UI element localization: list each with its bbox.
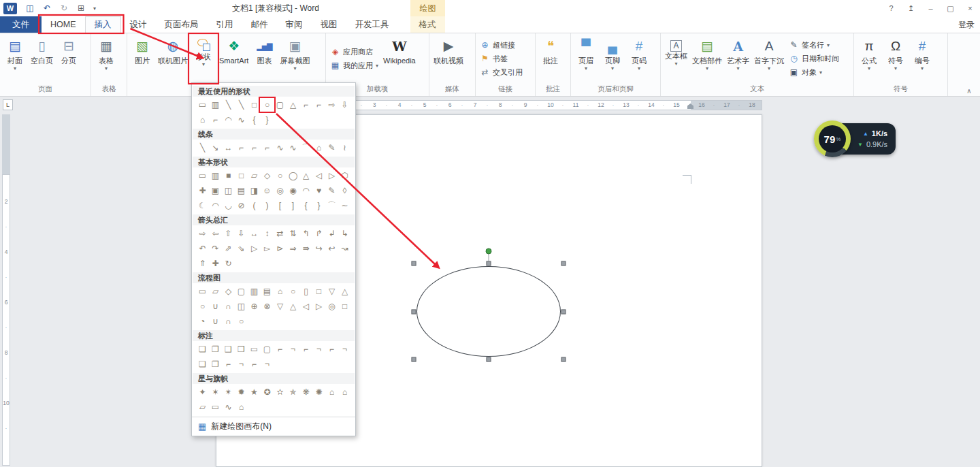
shape-cell[interactable]: ❋ <box>299 385 312 399</box>
shape-cell[interactable]: ↔ <box>222 141 235 155</box>
shape-cell[interactable]: ♥ <box>312 184 325 197</box>
shape-cell[interactable]: ⇩ <box>235 227 248 240</box>
shape-cell[interactable]: ⌐ <box>222 357 235 371</box>
sign-in-button[interactable]: 登录 <box>958 16 975 33</box>
shape-cell[interactable]: ▷ <box>325 169 338 182</box>
shape-cell[interactable]: [ <box>274 199 287 212</box>
tab-review[interactable]: 审阅 <box>277 16 312 33</box>
shape-cell[interactable]: ❑ <box>222 342 235 356</box>
shape-cell[interactable]: ◫ <box>235 300 248 313</box>
shape-cell[interactable]: ▤ <box>235 184 248 197</box>
selection-handle-w[interactable] <box>412 309 416 314</box>
shape-cell[interactable]: ↱ <box>312 227 325 240</box>
close-button[interactable]: × <box>960 0 980 16</box>
shape-cell[interactable]: ↲ <box>325 227 338 240</box>
shape-cell[interactable]: ☺ <box>261 184 274 197</box>
help-button[interactable]: ? <box>881 0 901 16</box>
shape-cell[interactable]: ¬ <box>312 342 325 356</box>
word-logo-icon[interactable]: W <box>3 3 17 14</box>
shape-cell[interactable]: ⇗ <box>222 242 235 255</box>
selection-handle-s[interactable] <box>487 357 491 362</box>
tab-mailings[interactable]: 邮件 <box>242 16 277 33</box>
shape-cell[interactable]: ◯ <box>287 169 299 182</box>
shape-cell[interactable]: △ <box>287 98 299 112</box>
selection-handle-nw[interactable] <box>412 261 416 266</box>
page-break-button[interactable]: ⊟分页 <box>56 35 82 82</box>
shape-cell[interactable]: □ <box>248 98 261 112</box>
shape-cell[interactable]: ⌐ <box>248 141 261 155</box>
table-button[interactable]: ▦表格▾ <box>93 35 119 82</box>
shape-cell[interactable]: ⇦ <box>209 227 222 240</box>
shape-cell[interactable]: ▽ <box>274 300 287 313</box>
object-button[interactable]: ▣对象▾ <box>789 67 839 78</box>
shape-cell[interactable]: ∼ <box>338 199 351 212</box>
shape-cell[interactable]: ⇑ <box>196 257 209 270</box>
shape-cell[interactable]: ◔ <box>196 315 209 328</box>
maximize-button[interactable]: ▢ <box>941 0 960 16</box>
selection-handle-se[interactable] <box>561 357 566 362</box>
shape-cell[interactable]: ○ <box>235 315 248 328</box>
shape-cell[interactable]: ¬ <box>338 342 351 356</box>
shape-cell[interactable]: △ <box>287 300 299 313</box>
wordart-button[interactable]: A艺术字▾ <box>725 35 751 82</box>
shape-cell[interactable]: ◠ <box>209 199 222 212</box>
tab-view[interactable]: 视图 <box>312 16 346 33</box>
shape-cell[interactable]: ↕ <box>261 227 274 240</box>
shape-cell[interactable]: ⌐ <box>209 113 222 127</box>
shape-cell[interactable]: ↪ <box>312 242 325 255</box>
screenshot-button[interactable]: ▣屏幕截图▾ <box>278 35 312 82</box>
signature-line-button[interactable]: ✎签名行▾ <box>789 40 839 50</box>
shape-cell[interactable]: ↩ <box>325 242 338 255</box>
shape-cell[interactable]: □ <box>235 169 248 182</box>
shape-cell[interactable]: ○ <box>196 300 209 313</box>
shape-cell[interactable]: ▢ <box>274 98 287 112</box>
my-apps-button[interactable]: ▦我的应用▾ <box>330 61 378 71</box>
shape-cell[interactable]: ◠ <box>299 184 312 197</box>
shape-cell[interactable]: ◫ <box>222 184 235 197</box>
cross-reference-button[interactable]: ⇄交叉引用 <box>480 67 523 78</box>
shape-cell[interactable]: ✦ <box>196 385 209 399</box>
shape-cell[interactable]: ⇨ <box>196 227 209 240</box>
shape-cell[interactable]: ⇨ <box>325 98 338 112</box>
shape-cell[interactable]: ▷ <box>312 300 325 313</box>
shape-cell[interactable]: ⌒ <box>299 141 312 155</box>
shape-cell[interactable]: ◎ <box>325 300 338 313</box>
shape-cell[interactable]: ⌂ <box>235 400 248 414</box>
shape-cell[interactable]: ↷ <box>209 242 222 255</box>
shape-cell[interactable]: ) <box>261 199 274 212</box>
shape-cell[interactable]: △ <box>338 285 351 298</box>
shape-cell[interactable]: ∩ <box>222 315 235 328</box>
shape-cell[interactable]: ✚ <box>209 257 222 270</box>
shape-cell[interactable]: ∪ <box>209 300 222 313</box>
selection-handle-ne[interactable] <box>561 261 566 266</box>
tab-file[interactable]: 文件 <box>0 16 42 33</box>
shape-cell[interactable]: ⇅ <box>287 227 299 240</box>
tab-developer[interactable]: 开发工具 <box>346 16 398 33</box>
shape-cell[interactable]: ◇ <box>261 169 274 182</box>
shape-cell[interactable]: ○ <box>274 169 287 182</box>
shape-cell[interactable]: ⌂ <box>312 141 325 155</box>
text-box-button[interactable]: A文本框▾ <box>663 35 689 82</box>
shape-cell[interactable]: ¬ <box>287 342 299 356</box>
shape-cell[interactable]: ✹ <box>235 385 248 399</box>
shape-cell[interactable]: ⊕ <box>248 300 261 313</box>
shape-cell[interactable]: ⇒ <box>287 242 299 255</box>
shape-cell[interactable]: ❏ <box>196 357 209 371</box>
minimize-button[interactable]: – <box>921 0 941 16</box>
shape-cell[interactable]: ▥ <box>209 98 222 112</box>
shape-cell[interactable]: ▱ <box>248 169 261 182</box>
shape-cell[interactable]: ■ <box>222 169 235 182</box>
touch-mode-icon[interactable]: ⊞ <box>74 3 88 13</box>
blank-page-button[interactable]: ▯空白页 <box>29 35 55 82</box>
shape-cell[interactable]: ⌒ <box>325 199 338 212</box>
shape-cell[interactable]: ✎ <box>325 184 338 197</box>
shape-cell[interactable]: ▽ <box>325 285 338 298</box>
shape-cell[interactable]: ↰ <box>299 227 312 240</box>
shape-cell[interactable]: ☾ <box>196 199 209 212</box>
shape-cell[interactable]: ⌂ <box>338 385 351 399</box>
date-time-button[interactable]: ◷日期和时间 <box>789 54 839 64</box>
shape-cell[interactable]: ↘ <box>209 141 222 155</box>
shape-cell[interactable]: ▷ <box>248 242 261 255</box>
shape-cell[interactable]: ◇ <box>222 285 235 298</box>
shape-cell[interactable]: ▯ <box>299 285 312 298</box>
